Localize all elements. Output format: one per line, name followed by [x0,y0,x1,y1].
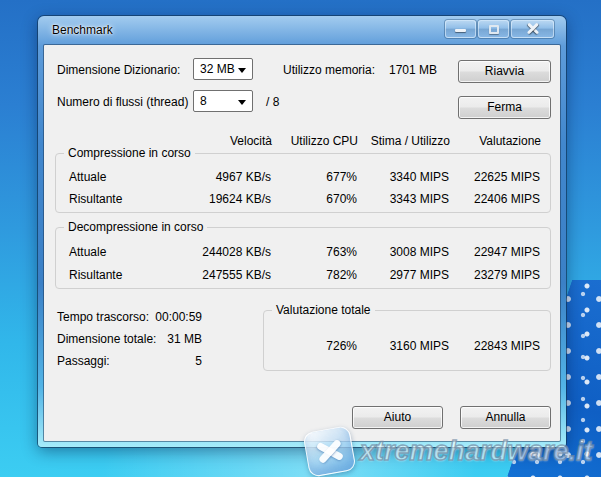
dialog-client-area: Dimensione Dizionario: 32 MB Utilizzo me… [44,45,560,441]
cancel-button[interactable]: Annulla [460,406,551,429]
compression-resulting-rating: 22406 MIPS [420,192,540,206]
decompression-groupbox: Decompressione in corso Attuale 244028 K… [55,227,551,289]
dictionary-size-select[interactable]: 32 MB [193,58,253,80]
maximize-icon [489,25,499,34]
minimize-icon [455,29,466,32]
window-title: Benchmark [52,23,113,37]
restart-button[interactable]: Riavvia [458,60,551,83]
compression-groupbox: Compressione in corso Attuale 4967 KB/s … [55,153,551,213]
row-label-current: Attuale [69,170,106,184]
titlebar[interactable]: Benchmark [38,16,566,45]
threads-count-select[interactable]: 8 [193,90,253,112]
close-button[interactable] [511,20,554,38]
desktop-wallpaper: Benchmark Dimensione Dizionario: 32 MB [0,0,601,477]
passes-label: Passaggi: [57,354,110,368]
decompression-resulting-rating: 23279 MIPS [420,268,540,282]
dictionary-size-label: Dimensione Dizionario: [57,63,180,77]
chevron-down-icon [238,68,246,73]
threads-total-label: / 8 [266,95,279,109]
minimize-button[interactable] [445,20,476,38]
close-icon [527,23,539,35]
stop-button[interactable]: Ferma [458,96,551,119]
row-label-current: Attuale [69,245,106,259]
total-rating-group-title: Valutazione totale [272,303,375,317]
help-button[interactable]: Aiuto [352,406,443,429]
row-label-resulting: Risultante [69,268,122,282]
decompression-current-rating: 22947 MIPS [420,245,540,259]
maximize-button[interactable] [478,20,509,38]
dictionary-size-value: 32 MB [200,62,235,76]
compression-current-rating: 22625 MIPS [420,170,540,184]
total-size-value: 31 MB [116,332,202,346]
caption-buttons [445,20,554,38]
threads-count-label: Numero di flussi (thread) [57,95,188,109]
compression-group-title: Compressione in corso [64,146,195,160]
total-rating-groupbox: Valutazione totale 726% 3160 MIPS 22843 … [263,310,551,371]
row-label-resulting: Risultante [69,192,122,206]
column-header-total-rating: Valutazione [421,134,541,148]
decompression-group-title: Decompressione in corso [64,220,207,234]
elapsed-time-value: 00:00:59 [116,310,202,324]
benchmark-window: Benchmark Dimensione Dizionario: 32 MB [38,16,566,447]
memory-usage-value: 1701 MB [351,63,437,77]
total-rating: 22843 MIPS [420,339,540,353]
chevron-down-icon [238,100,246,105]
threads-count-value: 8 [200,94,207,108]
passes-value: 5 [116,354,202,368]
